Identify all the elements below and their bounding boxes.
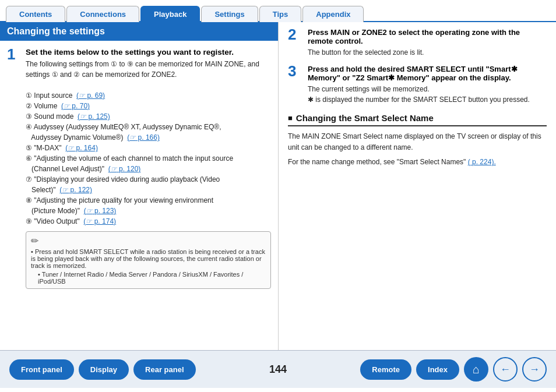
tab-contents[interactable]: Contents (6, 6, 65, 22)
left-column: Changing the settings 1 Set the items be… (0, 22, 279, 350)
step-1-title: Set the items below to the settings you … (26, 48, 271, 56)
section-title: Changing the settings (0, 22, 278, 41)
step-1-item-3: ③ Sound mode (☞ p. 125) (26, 111, 271, 122)
step-2-content: Press MAIN or ZONE2 to select the operat… (308, 28, 547, 58)
right-column: 2 Press MAIN or ZONE2 to select the oper… (279, 22, 556, 350)
tab-playback[interactable]: Playback (140, 6, 200, 22)
step-3-body2: ✱ is displayed the number for the SMART … (308, 94, 547, 105)
step-1-item-6: ⑥ "Adjusting the volume of each channel … (26, 153, 271, 174)
home-icon: ⌂ (473, 363, 480, 376)
display-button[interactable]: Display (79, 359, 129, 380)
step-1-item-1: ① Input source (☞ p. 69) (26, 90, 271, 101)
link-1[interactable]: (☞ p. 69) (76, 91, 105, 100)
step-2-body: The button for the selected zone is lit. (308, 47, 547, 58)
step-1-number: 1 (7, 47, 23, 62)
home-button[interactable]: ⌂ (464, 357, 488, 382)
link-7[interactable]: (☞ p. 122) (59, 186, 92, 194)
index-button[interactable]: Index (416, 359, 459, 380)
note-bullet-1: • Press and hold SMART SELECT while a ra… (31, 248, 266, 269)
step-3-body1: The current settings will be memorized. (308, 84, 547, 94)
back-button[interactable]: ← (493, 357, 518, 382)
step-1-item-5: ⑤ "M-DAX" (☞ p. 164) (26, 143, 271, 153)
step-1-intro: The following settings from ① to ⑨ can b… (26, 59, 271, 80)
step-3-content: Press and hold the desired SMART SELECT … (308, 65, 547, 105)
step-2-row: 2 Press MAIN or ZONE2 to select the oper… (288, 28, 547, 58)
tab-settings[interactable]: Settings (201, 6, 258, 22)
step-1-item-4: ④ Audyssey (Audyssey MultEQ® XT, Audysse… (26, 122, 271, 143)
forward-button[interactable]: → (522, 357, 547, 382)
subsection-body-1: The MAIN ZONE Smart Select name displaye… (288, 131, 547, 153)
rear-panel-button[interactable]: Rear panel (133, 359, 195, 380)
back-arrow-icon: ← (500, 363, 511, 376)
tab-appendix[interactable]: Appendix (302, 6, 364, 22)
step-1-item-8: ⑧ "Adjusting the picture quality for you… (26, 195, 271, 216)
top-navigation: Contents Connections Playback Settings T… (0, 0, 556, 22)
link-5[interactable]: (☞ p. 164) (65, 144, 98, 152)
subsection-body-2: For the name change method, see "Smart S… (288, 157, 547, 168)
step-1-item-7: ⑦ "Displaying your desired video during … (26, 174, 271, 195)
link-4[interactable]: (☞ p. 166) (127, 133, 160, 142)
link-3[interactable]: (☞ p. 125) (78, 112, 110, 121)
step-1-item-2: ② Volume (☞ p. 70) (26, 101, 271, 111)
step-2-number: 2 (288, 27, 304, 42)
link-8[interactable]: (☞ p. 123) (84, 207, 117, 215)
tab-connections[interactable]: Connections (66, 6, 139, 22)
link-6[interactable]: (☞ p. 120) (108, 165, 141, 173)
subsection-link[interactable]: ( p. 224). (468, 158, 496, 166)
step-1-body: The following settings from ① to ⑨ can b… (26, 59, 271, 227)
subsection-body: The MAIN ZONE Smart Select name displaye… (288, 131, 547, 168)
link-2[interactable]: (☞ p. 70) (61, 102, 90, 110)
subsection: Changing the Smart Select Name The MAIN … (288, 113, 547, 168)
step-2-title: Press MAIN or ZONE2 to select the operat… (308, 28, 547, 45)
remote-button[interactable]: Remote (360, 359, 411, 380)
step-1-item-9: ⑨ "Video Output" (☞ p. 174) (26, 216, 271, 227)
note-bullet-2: • Tuner / Internet Radio / Media Server … (38, 271, 266, 285)
main-content: Changing the settings 1 Set the items be… (0, 22, 556, 350)
note-box: ✏ • Press and hold SMART SELECT while a … (26, 231, 271, 289)
subsection-title: Changing the Smart Select Name (288, 113, 547, 126)
link-9[interactable]: (☞ p. 174) (83, 217, 116, 225)
note-pencil-icon: ✏ (31, 235, 266, 246)
page-number: 144 (266, 363, 290, 376)
step-3-number: 3 (288, 63, 304, 79)
bottom-right-buttons: Remote Index ⌂ ← → (360, 357, 547, 382)
step-3-title: Press and hold the desired SMART SELECT … (308, 65, 547, 82)
step-3-row: 3 Press and hold the desired SMART SELEC… (288, 65, 547, 105)
bottom-left-buttons: Front panel Display Rear panel (9, 359, 196, 380)
tab-tips[interactable]: Tips (259, 6, 302, 22)
bottom-bar: Front panel Display Rear panel 144 Remot… (0, 350, 556, 388)
forward-arrow-icon: → (529, 363, 540, 376)
step-1-row: 1 Set the items below to the settings yo… (7, 48, 271, 289)
step-1-content: Set the items below to the settings you … (26, 48, 271, 289)
front-panel-button[interactable]: Front panel (9, 359, 74, 380)
